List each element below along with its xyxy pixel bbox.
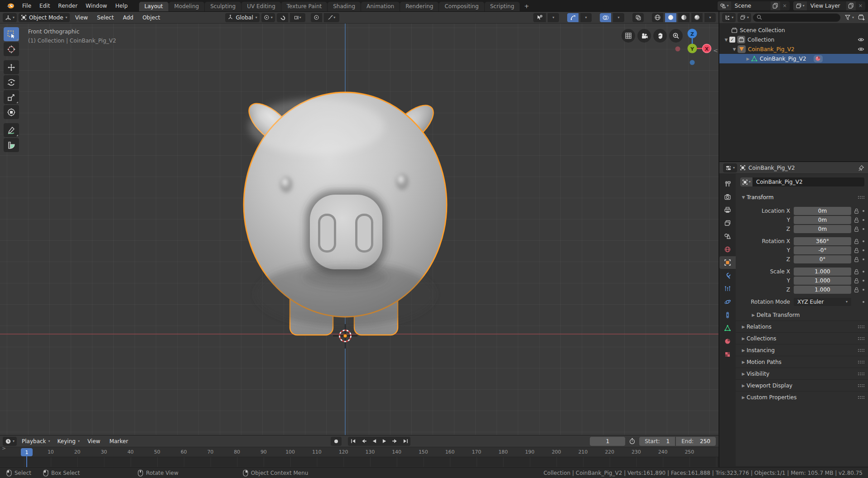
- outliner-row-object[interactable]: ▼ CoinBank_Pig_V2: [719, 44, 868, 54]
- current-frame-field[interactable]: 1: [590, 437, 625, 446]
- pin-icon[interactable]: [858, 165, 864, 171]
- view-layer-remove-button[interactable]: ×: [856, 3, 865, 9]
- show-overlays-toggle[interactable]: [600, 13, 611, 22]
- location-z-field[interactable]: 0m: [794, 225, 851, 233]
- xray-toggle[interactable]: [632, 13, 644, 22]
- scene-name[interactable]: Scene: [731, 3, 770, 9]
- tool-annotate[interactable]: [4, 123, 19, 137]
- panel-instancing[interactable]: ▶ Instancing: [736, 344, 868, 356]
- keying-menu[interactable]: Keying▾: [54, 437, 82, 446]
- object-name-field[interactable]: CoinBank_Pig_V2: [752, 177, 864, 186]
- animate-dot[interactable]: [863, 258, 864, 260]
- outliner-row-collection[interactable]: ▼ ✓ Collection: [719, 35, 868, 44]
- viewport-menu-view[interactable]: View: [72, 14, 92, 21]
- tool-transform[interactable]: [4, 105, 19, 119]
- timeline-editor-type-button[interactable]: ▾: [3, 437, 17, 446]
- lock-icon[interactable]: [854, 257, 859, 263]
- rotation-mode-select[interactable]: XYZ Euler ▾: [794, 298, 851, 306]
- tab-texture[interactable]: [720, 348, 735, 361]
- current-frame-badge[interactable]: 1: [21, 448, 33, 456]
- scene-copy-button[interactable]: [771, 1, 780, 10]
- tab-texture-paint[interactable]: Texture Paint: [281, 2, 327, 11]
- viewport-canvas[interactable]: Front Orthographic (1) Collection | Coin…: [0, 24, 719, 435]
- editor-type-button[interactable]: ▾: [3, 13, 17, 22]
- panel-grip[interactable]: [858, 196, 864, 199]
- blender-logo-icon[interactable]: [3, 0, 18, 11]
- tab-constraints[interactable]: [720, 309, 735, 321]
- scene-browse-button[interactable]: ▾: [718, 1, 731, 10]
- disclosure-open-icon[interactable]: ▼: [731, 47, 738, 52]
- delta-transform-panel[interactable]: ▶ Delta Transform: [740, 310, 864, 320]
- transform-orientation-dropdown[interactable]: Global ▾: [225, 13, 259, 22]
- menu-window[interactable]: Window: [82, 0, 111, 11]
- tab-world[interactable]: [720, 243, 735, 256]
- panel-custom-properties[interactable]: ▶ Custom Properties: [736, 391, 868, 403]
- shading-rendered-button[interactable]: [691, 13, 703, 22]
- tab-material[interactable]: [720, 335, 735, 348]
- overlays-caret[interactable]: ▾: [613, 13, 624, 22]
- disclosure-closed-icon[interactable]: ▶: [745, 57, 751, 61]
- scale-x-field[interactable]: 1.000: [794, 268, 851, 276]
- panel-grip[interactable]: [858, 349, 864, 352]
- tab-view-layer[interactable]: [720, 217, 735, 229]
- lock-icon[interactable]: [854, 208, 859, 214]
- animate-dot[interactable]: [863, 240, 864, 242]
- tab-particles[interactable]: [720, 282, 735, 295]
- tool-move[interactable]: [4, 60, 19, 74]
- proportional-falloff-dropdown[interactable]: ▾: [324, 13, 339, 22]
- animate-dot[interactable]: [863, 301, 864, 303]
- properties-editor-type-button[interactable]: ▾: [723, 163, 737, 172]
- outliner-editor-type-button[interactable]: ▾: [722, 13, 736, 22]
- panel-grip[interactable]: [858, 337, 864, 340]
- play-reverse-button[interactable]: [369, 437, 379, 446]
- view-layer-copy-button[interactable]: [846, 1, 856, 10]
- animate-dot[interactable]: [863, 280, 864, 282]
- outliner-search-input[interactable]: [753, 14, 840, 22]
- tab-modifiers[interactable]: [720, 269, 735, 282]
- rotation-z-field[interactable]: 0°: [794, 255, 851, 263]
- panel-grip[interactable]: [858, 360, 864, 364]
- collection-checkbox[interactable]: ✓: [729, 37, 735, 43]
- tab-shading[interactable]: Shading: [328, 2, 361, 11]
- location-x-field[interactable]: 0m: [794, 207, 851, 215]
- tab-output[interactable]: [720, 204, 735, 216]
- menu-help[interactable]: Help: [111, 0, 131, 11]
- region-collapse-arrow[interactable]: <: [713, 47, 718, 54]
- snap-toggle[interactable]: [277, 13, 288, 22]
- scene-unlink-button[interactable]: ×: [780, 3, 790, 9]
- lock-icon[interactable]: [854, 248, 859, 253]
- playback-menu[interactable]: Playback▾: [19, 437, 53, 446]
- timeline-menu-view[interactable]: View: [84, 438, 104, 445]
- shading-wireframe-button[interactable]: [652, 13, 663, 22]
- animate-dot[interactable]: [863, 289, 864, 291]
- material-badge[interactable]: [814, 55, 823, 62]
- proportional-editing-toggle[interactable]: [311, 13, 322, 22]
- tab-modeling[interactable]: Modeling: [169, 2, 205, 11]
- auto-keying-button[interactable]: [331, 437, 342, 446]
- hide-in-viewport-toggle[interactable]: [858, 47, 864, 52]
- lock-icon[interactable]: [854, 239, 859, 244]
- panel-relations[interactable]: ▶ Relations: [736, 320, 868, 332]
- tab-compositing[interactable]: Compositing: [439, 2, 484, 11]
- tool-rotate[interactable]: [4, 75, 19, 89]
- jump-to-start-button[interactable]: [348, 437, 358, 446]
- panel-collections[interactable]: ▶ Collections: [736, 332, 868, 344]
- hide-in-viewport-toggle[interactable]: [858, 37, 864, 42]
- outliner-display-mode-button[interactable]: ▾: [738, 13, 751, 22]
- object-visibility-caret[interactable]: ▾: [548, 13, 559, 22]
- animate-dot[interactable]: [863, 249, 864, 251]
- snap-target-dropdown[interactable]: ▾: [290, 13, 305, 22]
- location-y-field[interactable]: 0m: [794, 216, 851, 224]
- scale-z-field[interactable]: 1.000: [794, 286, 851, 294]
- animate-dot[interactable]: [863, 219, 864, 221]
- lock-icon[interactable]: [854, 278, 859, 284]
- outliner-row-scene-collection[interactable]: Scene Collection: [719, 25, 868, 35]
- tool-scale[interactable]: [4, 90, 19, 104]
- viewport-menu-add[interactable]: Add: [119, 14, 137, 21]
- tab-tool[interactable]: [720, 177, 735, 190]
- shading-material-button[interactable]: [678, 13, 690, 22]
- tool-measure[interactable]: [4, 138, 19, 152]
- scale-y-field[interactable]: 1.000: [794, 277, 851, 285]
- tab-object-data[interactable]: [720, 322, 735, 335]
- animate-dot[interactable]: [863, 210, 864, 212]
